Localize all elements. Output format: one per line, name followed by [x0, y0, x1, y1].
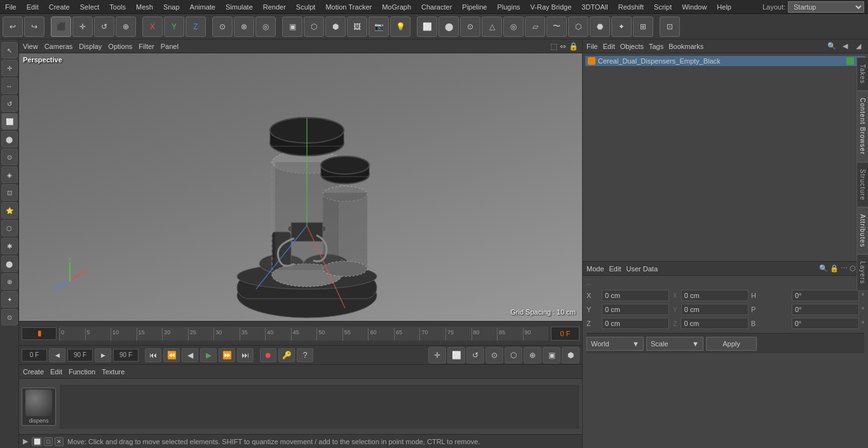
- menu-vraybridge[interactable]: V-Ray Bridge: [526, 2, 577, 12]
- vp-icon-arrows[interactable]: ⇔: [560, 42, 566, 51]
- tool-move[interactable]: ✛: [1, 60, 18, 76]
- tb-world-axis[interactable]: ⊗: [234, 17, 254, 37]
- menu-simulate[interactable]: Simulate: [220, 2, 258, 12]
- coord-h-input[interactable]: 0°: [792, 290, 859, 301]
- coord-z-scl-input[interactable]: 0 cm: [681, 318, 748, 329]
- menu-3dtoall[interactable]: 3DTOAll: [576, 2, 613, 12]
- tb-cylinder[interactable]: ⊙: [460, 17, 480, 37]
- tool-cube[interactable]: ⬜: [1, 113, 18, 130]
- attr-icon-lock[interactable]: 🔒: [830, 264, 839, 273]
- tool-select[interactable]: ↖: [1, 42, 18, 58]
- obj-item-dispensers[interactable]: Cereal_Dual_Dispensers_Empty_Black: [585, 56, 865, 66]
- obj-menu-objects[interactable]: Objects: [620, 43, 644, 50]
- viewport[interactable]: Perspective: [19, 53, 582, 321]
- menu-plugins[interactable]: Plugins: [492, 2, 525, 12]
- coord-y-scl-input[interactable]: 0 cm: [681, 304, 749, 315]
- mat-menu-create[interactable]: Create: [23, 368, 44, 376]
- obj-menu-file[interactable]: File: [587, 43, 598, 50]
- pb-auto-key[interactable]: 🔑: [278, 348, 295, 362]
- menu-tools[interactable]: Tools: [104, 2, 131, 12]
- mat-menu-texture[interactable]: Texture: [102, 368, 125, 376]
- vt-snap[interactable]: ⊙: [485, 347, 503, 363]
- pb-goto-end[interactable]: ⏭: [237, 348, 254, 362]
- tb-object-axis[interactable]: ⊙: [212, 17, 233, 37]
- menu-motiontracker[interactable]: Motion Tracker: [320, 2, 377, 12]
- coord-x-pos-input[interactable]: 0 cm: [602, 290, 669, 301]
- tb-axis-z[interactable]: Z: [186, 17, 206, 37]
- menu-snap[interactable]: Snap: [158, 2, 185, 12]
- menu-create[interactable]: Create: [44, 2, 75, 12]
- coord-p-input[interactable]: 0°: [792, 304, 859, 315]
- attr-icon-expand[interactable]: ⬡: [850, 264, 856, 273]
- tb-array[interactable]: ⊞: [633, 17, 653, 37]
- tb-axis-x[interactable]: X: [142, 17, 163, 37]
- mat-menu-edit[interactable]: Edit: [50, 368, 62, 376]
- menu-sculpt[interactable]: Sculpt: [291, 2, 321, 12]
- menu-select[interactable]: Select: [75, 2, 105, 12]
- tb-spline[interactable]: 〜: [546, 17, 567, 37]
- coord-z-pos-input[interactable]: 0 cm: [602, 318, 669, 329]
- vp-icon-lock[interactable]: 🔒: [569, 42, 578, 51]
- vp-menu-view[interactable]: View: [23, 43, 38, 50]
- pb-start-frame[interactable]: 0 F: [22, 349, 47, 362]
- menu-file[interactable]: File: [0, 2, 22, 12]
- pb-end-frame-btn[interactable]: ▶: [95, 348, 111, 362]
- tool-s1[interactable]: ◈: [1, 166, 18, 183]
- tb-sphere[interactable]: ⬤: [438, 17, 459, 37]
- tb-parent-axis[interactable]: ◎: [255, 17, 276, 37]
- coord-b-input[interactable]: 0°: [792, 318, 859, 329]
- tb-picture-viewer[interactable]: 🖼: [347, 17, 367, 37]
- status-close[interactable]: ✕: [55, 437, 64, 446]
- vp-menu-options[interactable]: Options: [108, 43, 132, 50]
- tb-plane[interactable]: ▱: [525, 17, 545, 37]
- layout-dropdown[interactable]: Startup Standard Modeling: [788, 1, 864, 13]
- pb-end-frame2[interactable]: 90 F: [113, 349, 139, 362]
- scale-dropdown[interactable]: Scale ▼: [646, 337, 703, 351]
- tool-s5[interactable]: ✱: [1, 238, 18, 254]
- status-toggle1[interactable]: ⬜: [32, 437, 42, 446]
- pb-step-back[interactable]: ⏪: [163, 348, 180, 362]
- attr-icon-search[interactable]: 🔍: [819, 264, 828, 273]
- tb-rotate[interactable]: ↺: [94, 17, 114, 37]
- mat-menu-function[interactable]: Function: [69, 368, 95, 376]
- pb-start-frame-btn[interactable]: ◀: [49, 348, 65, 362]
- obj-icon-collapse[interactable]: ◀: [839, 41, 851, 52]
- tb-move[interactable]: ✛: [72, 17, 93, 37]
- menu-edit[interactable]: Edit: [22, 2, 44, 12]
- tb-axis-y[interactable]: Y: [164, 17, 184, 37]
- vtab-structure[interactable]: Structure: [857, 162, 868, 208]
- pb-help[interactable]: ?: [297, 348, 313, 362]
- vp-menu-panel[interactable]: Panel: [161, 43, 179, 50]
- tool-scale[interactable]: ↔: [1, 78, 18, 94]
- tool-s6[interactable]: ⬤: [1, 255, 18, 272]
- vt-solo[interactable]: ⊕: [524, 347, 541, 363]
- pb-end-frame-start[interactable]: 90 F: [67, 349, 93, 362]
- tool-cylinder[interactable]: ⊙: [1, 149, 18, 165]
- attr-menu-edit[interactable]: Edit: [609, 265, 621, 273]
- apply-button[interactable]: Apply: [706, 337, 757, 351]
- vt-render-mode[interactable]: ▣: [543, 347, 560, 363]
- tb-snap[interactable]: ⊡: [660, 17, 680, 37]
- tool-s7[interactable]: ✦: [1, 291, 18, 308]
- pb-step-fwd[interactable]: ⏩: [219, 348, 235, 362]
- attr-menu-userdata[interactable]: User Data: [627, 265, 658, 273]
- vtab-content-browser[interactable]: Content Browser: [857, 91, 868, 161]
- tb-render-all[interactable]: ⬢: [325, 17, 346, 37]
- tool-s2[interactable]: ⊡: [1, 184, 18, 201]
- tool-s4[interactable]: ⬡: [1, 220, 18, 236]
- pb-play[interactable]: ▶: [200, 348, 217, 362]
- pb-record[interactable]: ⏺: [260, 348, 276, 362]
- obj-icon-search[interactable]: 🔍: [826, 41, 837, 52]
- tb-torus[interactable]: ◎: [503, 17, 524, 37]
- menu-mesh[interactable]: Mesh: [131, 2, 158, 12]
- tool-sphere[interactable]: ⬤: [1, 131, 18, 147]
- vp-menu-display[interactable]: Display: [79, 43, 102, 50]
- vp-menu-filter[interactable]: Filter: [139, 43, 154, 50]
- attr-icon-dots[interactable]: ⋯: [841, 264, 848, 273]
- menu-help[interactable]: Help: [712, 2, 736, 12]
- vt-render-all[interactable]: ⬢: [562, 347, 580, 363]
- tb-cone[interactable]: △: [482, 17, 502, 37]
- obj-menu-edit[interactable]: Edit: [603, 43, 615, 50]
- vtab-attributes[interactable]: Attributes: [857, 207, 868, 254]
- menu-redshift[interactable]: Redshift: [613, 2, 649, 12]
